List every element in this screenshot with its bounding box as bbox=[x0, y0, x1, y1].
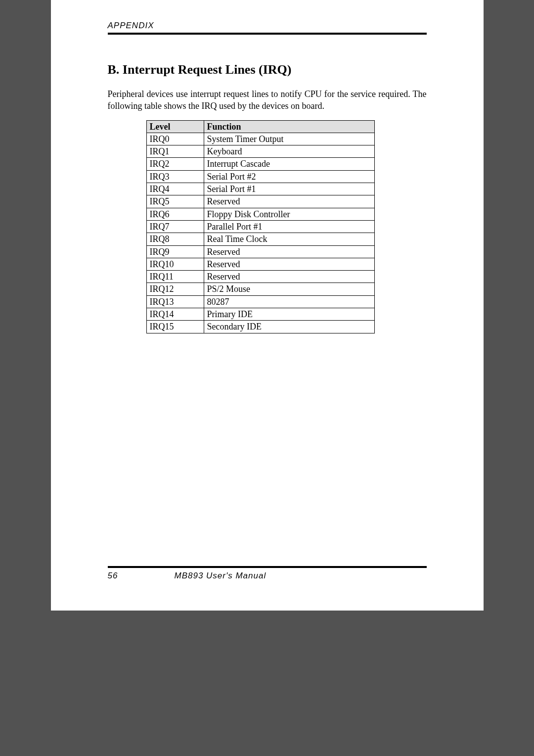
header-divider bbox=[108, 33, 427, 35]
table-row: IRQ9Reserved bbox=[146, 245, 374, 258]
table-cell-function: Floppy Disk Controller bbox=[204, 208, 374, 220]
table-cell-function: Real Time Clock bbox=[204, 233, 374, 245]
table-cell-function: Serial Port #1 bbox=[204, 183, 374, 195]
irq-table: Level Function IRQ0System Timer OutputIR… bbox=[146, 120, 375, 333]
table-header-function: Function bbox=[204, 120, 374, 133]
table-cell-function: Serial Port #2 bbox=[204, 170, 374, 183]
table-cell-level: IRQ15 bbox=[146, 321, 204, 333]
table-cell-function: Keyboard bbox=[204, 145, 374, 158]
table-cell-level: IRQ4 bbox=[146, 183, 204, 195]
document-page: APPENDIX B. Interrupt Request Lines (IRQ… bbox=[51, 0, 484, 611]
table-cell-function: Interrupt Cascade bbox=[204, 158, 374, 170]
table-cell-function: Primary IDE bbox=[204, 308, 374, 321]
table-row: IRQ14Primary IDE bbox=[146, 308, 374, 321]
table-row: IRQ1Keyboard bbox=[146, 145, 374, 158]
table-row: IRQ4Serial Port #1 bbox=[146, 183, 374, 195]
table-cell-level: IRQ13 bbox=[146, 295, 204, 308]
table-row: IRQ11Reserved bbox=[146, 271, 374, 283]
table-row: IRQ2Interrupt Cascade bbox=[146, 158, 374, 170]
page-number: 56 bbox=[108, 571, 175, 581]
table-header-row: Level Function bbox=[146, 120, 374, 133]
table-row: IRQ8Real Time Clock bbox=[146, 233, 374, 245]
table-cell-level: IRQ11 bbox=[146, 271, 204, 283]
table-row: IRQ3Serial Port #2 bbox=[146, 170, 374, 183]
table-cell-function: Reserved bbox=[204, 245, 374, 258]
table-cell-function: Parallel Port #1 bbox=[204, 220, 374, 233]
table-row: IRQ0System Timer Output bbox=[146, 133, 374, 145]
table-cell-level: IRQ6 bbox=[146, 208, 204, 220]
table-cell-level: IRQ12 bbox=[146, 283, 204, 295]
table-cell-level: IRQ7 bbox=[146, 220, 204, 233]
table-row: IRQ1380287 bbox=[146, 295, 374, 308]
table-cell-function: Secondary IDE bbox=[204, 321, 374, 333]
table-cell-function: Reserved bbox=[204, 195, 374, 208]
table-cell-level: IRQ8 bbox=[146, 233, 204, 245]
header-section-label: APPENDIX bbox=[108, 21, 427, 31]
table-row: IRQ10Reserved bbox=[146, 258, 374, 270]
table-cell-function: Reserved bbox=[204, 258, 374, 270]
table-cell-level: IRQ9 bbox=[146, 245, 204, 258]
table-cell-function: Reserved bbox=[204, 271, 374, 283]
table-cell-level: IRQ2 bbox=[146, 158, 204, 170]
table-cell-function: PS/2 Mouse bbox=[204, 283, 374, 295]
table-row: IRQ6Floppy Disk Controller bbox=[146, 208, 374, 220]
manual-name: MB893 User's Manual bbox=[175, 571, 427, 581]
table-cell-level: IRQ0 bbox=[146, 133, 204, 145]
table-cell-function: System Timer Output bbox=[204, 133, 374, 145]
table-cell-level: IRQ14 bbox=[146, 308, 204, 321]
table-row: IRQ12PS/2 Mouse bbox=[146, 283, 374, 295]
table-cell-level: IRQ3 bbox=[146, 170, 204, 183]
table-row: IRQ15Secondary IDE bbox=[146, 321, 374, 333]
intro-paragraph: Peripheral devices use interrupt request… bbox=[108, 88, 427, 112]
table-cell-level: IRQ5 bbox=[146, 195, 204, 208]
footer-divider bbox=[108, 566, 427, 568]
table-cell-function: 80287 bbox=[204, 295, 374, 308]
table-row: IRQ5Reserved bbox=[146, 195, 374, 208]
table-cell-level: IRQ10 bbox=[146, 258, 204, 270]
table-cell-level: IRQ1 bbox=[146, 145, 204, 158]
section-title: B. Interrupt Request Lines (IRQ) bbox=[108, 62, 427, 77]
table-header-level: Level bbox=[146, 120, 204, 133]
table-row: IRQ7Parallel Port #1 bbox=[146, 220, 374, 233]
page-footer: 56 MB893 User's Manual bbox=[108, 566, 427, 581]
